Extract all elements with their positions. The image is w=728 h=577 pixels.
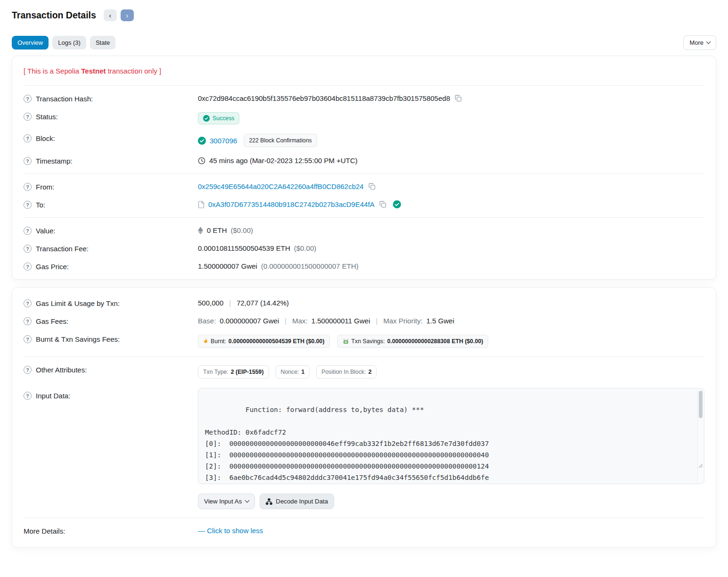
help-icon[interactable]: ? [24,183,32,191]
decode-input-data-button[interactable]: Decode Input Data [260,494,334,509]
separator: | [374,317,380,325]
chevron-down-icon [245,498,250,503]
gas-fees-label: Gas Fees: [36,317,68,325]
max-priority-fee-label: Max Priority: [383,317,422,325]
divider [24,217,704,218]
status-label: Status: [36,113,58,121]
input-data-buttons: View Input As Decode Input Data [198,494,704,509]
tab-overview[interactable]: Overview [12,36,49,49]
flame-icon [203,338,208,345]
resize-handle-icon[interactable] [650,449,703,483]
gas-price-amount: 1.500000007 Gwei [198,262,257,270]
block-number-link[interactable]: 3007096 [210,137,237,145]
gas-usage-value: 72,077 (14.42%) [237,299,289,307]
testnet-notice: [ This is a Sepolia Testnet transaction … [24,60,704,82]
transaction-fee-label: Transaction Fee: [36,245,89,253]
copy-icon[interactable] [454,95,463,102]
clock-icon [198,157,205,165]
transaction-fee-amount: 0.000108115500504539 ETH [198,244,290,252]
separator: | [227,299,233,307]
row-transaction-hash: ? Transaction Hash: 0xc72d984ccac6190b5f… [24,90,704,107]
from-label: From: [36,183,54,191]
to-address-link[interactable]: 0xA3f07D6773514480b918C2742b027b3acD9E44… [208,200,375,208]
copy-icon[interactable] [368,183,376,190]
other-attributes-label: Other Attributes: [36,366,87,374]
ethereum-icon [198,227,203,234]
from-address-link[interactable]: 0x259c49E65644a020C2A642260a4ffB0CD862cb… [198,182,364,190]
input-data-text: Function: forward(address to,bytes data)… [205,406,489,484]
burnt-label: Burnt: [211,338,226,345]
divider [24,518,704,518]
row-status: ? Status: Success [24,107,704,129]
help-icon[interactable]: ? [24,134,32,142]
gas-price-eth: (0.000000001500000007 ETH) [261,262,359,270]
copy-icon[interactable] [378,201,387,208]
nonce-label: Nonce: [281,369,299,375]
notice-bold: Testnet [81,67,106,75]
value-label: Value: [36,227,55,235]
help-icon[interactable]: ? [24,245,32,253]
nonce-value: 1 [301,369,304,375]
gas-limit-label: Gas Limit & Usage by Txn: [36,299,120,307]
click-to-show-less-link[interactable]: — Click to show less [198,527,263,535]
status-text: Success [213,115,234,122]
row-from: ? From: 0x259c49E65644a020C2A642260a4ffB… [24,178,704,196]
divider [24,356,704,357]
next-transaction-button[interactable]: › [121,9,134,21]
status-badge: Success [198,112,239,124]
burnt-value: 0.000000000000504539 ETH ($0.00) [229,338,325,345]
row-to: ? To: 0xA3f07D6773514480b918C2742b027b3a… [24,196,704,214]
notice-post: transaction only ] [106,67,162,75]
scrollbar-thumb[interactable] [699,391,703,418]
gas-limit-value: 500,000 [198,299,223,307]
block-confirmations-badge: 222 Block Confirmations [244,134,317,147]
more-dropdown-button[interactable]: More [683,35,716,50]
transaction-fee-usd: ($0.00) [294,244,317,252]
page-header: Transaction Details ‹ › [12,9,716,21]
details-card: ? Gas Limit & Usage by Txn: 500,000 | 72… [12,287,716,548]
transaction-details-page: Transaction Details ‹ › Overview Logs (3… [0,0,728,567]
check-circle-icon [198,137,206,145]
view-input-as-button[interactable]: View Input As [198,494,255,509]
base-fee-value: 0.000000007 Gwei [220,317,279,325]
max-fee-label: Max: [292,317,308,325]
transaction-hash-label: Transaction Hash: [36,95,93,103]
previous-transaction-button[interactable]: ‹ [104,9,117,21]
more-details-label: More Details: [24,527,198,535]
txn-savings-badge: Txn Savings: 0.000000000000288308 ETH ($… [337,335,489,348]
help-icon[interactable]: ? [24,95,32,103]
txn-savings-label: Txn Savings: [352,338,385,345]
help-icon[interactable]: ? [24,113,32,121]
value-amount: 0 ETH [207,226,227,234]
row-burnt-savings: ? Burnt & Txn Savings Fees: Burnt: 0.000… [24,330,704,353]
nonce-badge: Nonce: 1 [276,365,310,379]
timestamp-label: Timestamp: [36,157,73,165]
tab-logs[interactable]: Logs (3) [52,36,86,49]
tabs-row: Overview Logs (3) State More [12,35,716,50]
row-gas-fees: ? Gas Fees: Base: 0.000000007 Gwei | Max… [24,312,704,330]
help-icon[interactable]: ? [24,201,32,209]
help-icon[interactable]: ? [24,392,32,400]
gas-price-label: Gas Price: [36,263,69,271]
decode-input-data-label: Decode Input Data [276,498,328,505]
burnt-savings-label: Burnt & Txn Savings Fees: [36,335,120,343]
view-input-as-label: View Input As [204,498,242,505]
base-fee-label: Base: [198,317,216,325]
value-usd: ($0.00) [231,226,254,234]
help-icon[interactable]: ? [24,157,32,165]
help-icon[interactable]: ? [24,335,32,343]
row-other-attributes: ? Other Attributes: Txn Type: 2 (EIP-155… [24,361,704,383]
decode-icon [266,498,272,505]
check-circle-icon [203,115,210,122]
help-icon[interactable]: ? [24,317,32,325]
help-icon[interactable]: ? [24,227,32,235]
row-transaction-fee: ? Transaction Fee: 0.000108115500504539 … [24,239,704,257]
tab-state[interactable]: State [90,36,115,49]
help-icon[interactable]: ? [24,366,32,374]
help-icon[interactable]: ? [24,299,32,307]
position-label: Position In Block: [321,369,366,375]
input-data-box[interactable]: Function: forward(address to,bytes data)… [198,388,704,484]
help-icon[interactable]: ? [24,263,32,271]
more-label: More [689,39,703,46]
notice-pre: [ This is a Sepolia [24,67,81,75]
